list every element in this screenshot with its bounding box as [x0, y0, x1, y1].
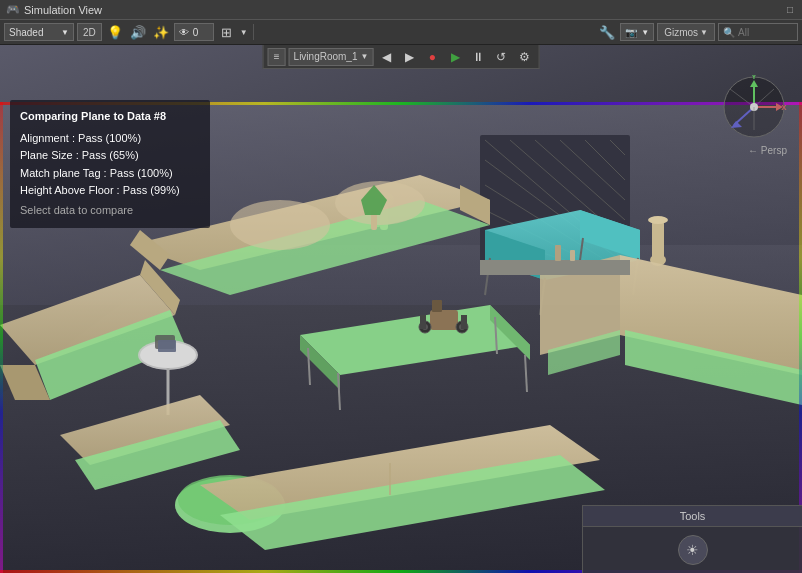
shading-label: Shaded	[9, 27, 43, 38]
lighting-icon-btn[interactable]: 💡	[105, 22, 125, 42]
tools-icon-btn[interactable]: 🔧	[597, 22, 617, 42]
tools-header: Tools	[583, 506, 802, 527]
info-title: Comparing Plane to Data #8	[20, 108, 200, 126]
playback-menu-button[interactable]: ≡	[268, 48, 286, 66]
sun-icon: ☀	[686, 542, 699, 558]
title-bar: 🎮 Simulation View □	[0, 0, 802, 20]
gizmo-compass[interactable]: Y X	[722, 75, 787, 140]
window-icon: 🎮	[6, 3, 20, 16]
tools-header-label: Tools	[680, 510, 706, 522]
effects-icon-btn[interactable]: ✨	[151, 22, 171, 42]
search-placeholder: All	[738, 27, 749, 38]
gizmos-button[interactable]: Gizmos ▼	[657, 23, 715, 41]
camera-dropdown[interactable]: 📷 ▼	[620, 23, 654, 41]
camera-icon: 📷	[625, 27, 637, 38]
playback-bar: ≡ LivingRoom_1 ▼ ◀ ▶ ● ▶ ⏸ ↺ ⚙	[263, 45, 540, 69]
window-title: Simulation View	[24, 4, 102, 16]
shading-dropdown[interactable]: Shaded ▼	[4, 23, 74, 41]
camera-arrow-icon: ▼	[641, 28, 649, 37]
tools-content: ☀	[583, 527, 802, 573]
eye-icon: 👁	[179, 27, 189, 38]
pause-button[interactable]: ⏸	[468, 48, 488, 66]
info-plane-size: Plane Size : Pass (65%)	[20, 147, 200, 165]
sun-tool-button[interactable]: ☀	[678, 535, 708, 565]
overlay-count: 0	[193, 27, 199, 38]
info-height-floor: Height Above Floor : Pass (99%)	[20, 182, 200, 200]
info-select-prompt: Select data to compare	[20, 202, 200, 220]
main-toolbar: Shaded ▼ 2D 💡 🔊 ✨ 👁 0 ⊞ ▼ 🔧 📷 ▼ Gizmos ▼…	[0, 20, 802, 45]
grid-icon-btn[interactable]: ⊞	[217, 22, 237, 42]
viewport[interactable]: ≡ LivingRoom_1 ▼ ◀ ▶ ● ▶ ⏸ ↺ ⚙ Comparing…	[0, 45, 802, 573]
scene-dropdown-arrow-icon: ▼	[361, 52, 369, 61]
svg-text:X: X	[781, 103, 787, 112]
gizmos-label: Gizmos	[664, 27, 698, 38]
prev-button[interactable]: ◀	[376, 48, 396, 66]
info-alignment: Alignment : Pass (100%)	[20, 130, 200, 148]
scene-dropdown[interactable]: LivingRoom_1 ▼	[289, 48, 374, 66]
record-button[interactable]: ●	[422, 48, 442, 66]
next-button[interactable]: ▶	[399, 48, 419, 66]
maximize-button[interactable]: □	[784, 4, 796, 15]
play-button[interactable]: ▶	[445, 48, 465, 66]
separator-1	[253, 24, 254, 40]
persp-text: ← Persp	[748, 145, 787, 156]
step-button[interactable]: ↺	[491, 48, 511, 66]
2d-button[interactable]: 2D	[77, 23, 102, 41]
grid-arrow-icon: ▼	[240, 28, 248, 37]
settings-button[interactable]: ⚙	[514, 48, 534, 66]
svg-text:Y: Y	[751, 75, 757, 81]
info-overlay: Comparing Plane to Data #8 Alignment : P…	[10, 100, 210, 228]
gizmos-arrow-icon: ▼	[700, 28, 708, 37]
tools-panel: Tools ☀	[582, 505, 802, 573]
overlay-dropdown[interactable]: 👁 0	[174, 23, 214, 41]
search-box[interactable]: 🔍 All	[718, 23, 798, 41]
persp-label: ← Persp	[748, 145, 787, 156]
scene-name-label: LivingRoom_1	[294, 51, 358, 62]
info-plane-tag: Match plane Tag : Pass (100%)	[20, 165, 200, 183]
shading-arrow-icon: ▼	[61, 28, 69, 37]
audio-icon-btn[interactable]: 🔊	[128, 22, 148, 42]
svg-rect-73	[0, 102, 3, 573]
search-icon: 🔍	[723, 27, 735, 38]
